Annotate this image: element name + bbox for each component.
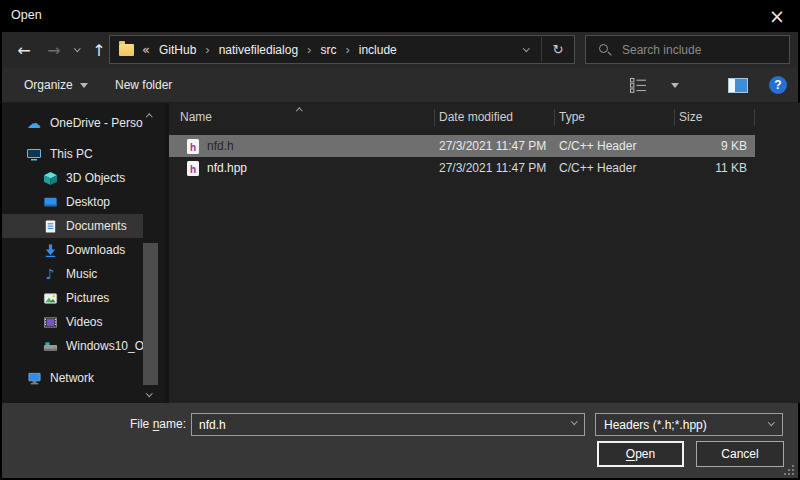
file-size-cell: 11 KB <box>675 161 755 175</box>
change-view-icon[interactable] <box>630 78 647 93</box>
organize-label: Organize <box>24 78 73 92</box>
sidebar-item-label: Desktop <box>66 195 110 209</box>
chevron-down-icon <box>768 419 774 425</box>
help-icon[interactable]: ? <box>769 76 787 94</box>
dialog-footer: File name: Headers (*.h;*.hpp) Open Canc… <box>0 403 800 478</box>
recent-locations-chevron-icon[interactable] <box>68 32 86 68</box>
file-row-nfd-h[interactable]: h nfd.h 27/3/2021 11:47 PM C/C++ Header … <box>169 135 755 157</box>
folder-icon <box>119 44 134 56</box>
file-type-cell: C/C++ Header <box>555 161 675 175</box>
previous-locations-chevron-icon[interactable] <box>511 36 541 63</box>
window-title: Open <box>11 0 42 31</box>
file-name-cell: h nfd.hpp <box>169 157 435 179</box>
sidebar-item-label: Network <box>50 371 94 385</box>
sidebar-item-label: Videos <box>66 315 102 329</box>
open-dialog-window: Open × ← → ↑ « GitHub › nativefiledialog… <box>0 0 800 480</box>
sidebar-item-documents[interactable]: Documents <box>2 214 143 238</box>
navigation-pane: ☁ OneDrive - Persor This PC 3D Objects <box>2 103 165 403</box>
search-input[interactable] <box>586 36 789 63</box>
command-toolbar: Organize New folder ? <box>0 68 800 103</box>
refresh-icon[interactable]: ↻ <box>542 36 574 63</box>
file-date-cell: 27/3/2021 11:47 PM <box>435 139 555 153</box>
column-header-size[interactable]: Size <box>675 103 755 131</box>
sidebar-item-network[interactable]: Network <box>2 366 143 390</box>
breadcrumb-separator-icon: › <box>345 42 349 57</box>
column-header-type[interactable]: Type <box>555 103 675 131</box>
cancel-button[interactable]: Cancel <box>696 441 784 467</box>
cancel-button-label: Cancel <box>721 447 758 461</box>
sidebar-item-music[interactable]: ♪ Music <box>2 262 143 286</box>
network-icon <box>26 370 42 386</box>
view-dropdown-caret-icon[interactable] <box>671 83 679 88</box>
file-name-combo <box>191 413 585 436</box>
breadcrumb-segment-github[interactable]: GitHub <box>159 43 196 57</box>
breadcrumb-overflow-icon[interactable]: « <box>142 42 150 57</box>
open-button-label: Open <box>626 447 655 461</box>
forward-icon[interactable]: → <box>40 32 68 68</box>
file-name: nfd.h <box>207 139 234 153</box>
desktop-icon <box>42 194 58 210</box>
dropdown-caret-icon <box>80 83 88 88</box>
file-type-filter-value: Headers (*.h;*.hpp) <box>604 418 707 432</box>
sidebar-item-label: Documents <box>66 219 127 233</box>
sidebar-item-videos[interactable]: Videos <box>2 310 143 334</box>
scroll-down-icon[interactable] <box>146 390 152 396</box>
sidebar-scrollbar <box>142 103 159 403</box>
new-folder-label: New folder <box>115 78 172 92</box>
address-bar-controls: ↻ <box>511 36 574 63</box>
scroll-up-icon[interactable] <box>146 114 152 120</box>
sidebar-item-3d-objects[interactable]: 3D Objects <box>2 166 143 190</box>
header-file-icon: h <box>187 161 199 176</box>
3d-cube-icon <box>42 170 58 186</box>
organize-button[interactable]: Organize <box>24 68 88 102</box>
sidebar-item-label: Downloads <box>66 243 125 257</box>
open-button[interactable]: Open <box>597 441 684 467</box>
disk-drive-icon <box>42 338 58 354</box>
file-name-input[interactable] <box>191 413 585 436</box>
address-bar: « GitHub › nativefiledialog › src › incl… <box>109 35 575 64</box>
sidebar-item-desktop[interactable]: Desktop <box>2 190 143 214</box>
breadcrumb-separator-icon: › <box>307 42 311 57</box>
file-name-label: File name: <box>2 413 186 436</box>
file-type-cell: C/C++ Header <box>555 139 675 153</box>
scrollbar-thumb[interactable] <box>143 243 158 385</box>
breadcrumb-segment-nativefiledialog[interactable]: nativefiledialog <box>219 43 298 57</box>
navigation-bar: ← → ↑ « GitHub › nativefiledialog › src … <box>0 32 800 68</box>
onedrive-cloud-icon: ☁ <box>26 115 42 131</box>
column-header-row: Name Date modified Type Size <box>169 103 800 131</box>
file-name: nfd.hpp <box>207 161 247 175</box>
file-name-cell: h nfd.h <box>169 135 435 157</box>
sidebar-item-label: 3D Objects <box>66 171 125 185</box>
sidebar-item-pictures[interactable]: Pictures <box>2 286 143 310</box>
search-box <box>585 35 790 64</box>
picture-icon <box>42 290 58 306</box>
new-folder-button[interactable]: New folder <box>115 68 172 102</box>
sidebar-item-onedrive[interactable]: ☁ OneDrive - Persor <box>2 111 143 135</box>
file-size-cell: 9 KB <box>675 139 755 153</box>
file-type-filter-dropdown[interactable]: Headers (*.h;*.hpp) <box>595 413 783 436</box>
file-date-cell: 27/3/2021 11:47 PM <box>435 161 555 175</box>
close-icon[interactable]: × <box>754 0 800 32</box>
music-note-icon: ♪ <box>42 266 58 282</box>
download-arrow-icon <box>42 242 58 258</box>
column-header-date-modified[interactable]: Date modified <box>435 103 555 131</box>
document-icon <box>42 218 58 234</box>
sidebar-item-label: Windows10_OS ( <box>66 339 143 353</box>
file-row-nfd-hpp[interactable]: h nfd.hpp 27/3/2021 11:47 PM C/C++ Heade… <box>169 157 755 179</box>
sidebar-item-windows10-os[interactable]: Windows10_OS ( <box>2 334 143 358</box>
video-film-icon <box>42 314 58 330</box>
resize-grip[interactable] <box>792 473 794 475</box>
breadcrumb-separator-icon: › <box>205 42 209 57</box>
breadcrumb-segment-include[interactable]: include <box>359 43 397 57</box>
title-bar: Open × <box>0 0 800 32</box>
computer-icon <box>26 146 42 162</box>
file-list: Name Date modified Type Size h nfd.h 27/… <box>169 103 800 403</box>
sidebar-item-label: This PC <box>50 147 93 161</box>
back-icon[interactable]: ← <box>10 32 38 68</box>
sidebar-item-this-pc[interactable]: This PC <box>2 142 143 166</box>
preview-pane-icon[interactable] <box>728 78 748 93</box>
file-rows: h nfd.h 27/3/2021 11:47 PM C/C++ Header … <box>169 135 800 179</box>
breadcrumb-segment-src[interactable]: src <box>320 43 336 57</box>
sidebar-item-downloads[interactable]: Downloads <box>2 238 143 262</box>
column-header-name[interactable]: Name <box>169 103 435 131</box>
